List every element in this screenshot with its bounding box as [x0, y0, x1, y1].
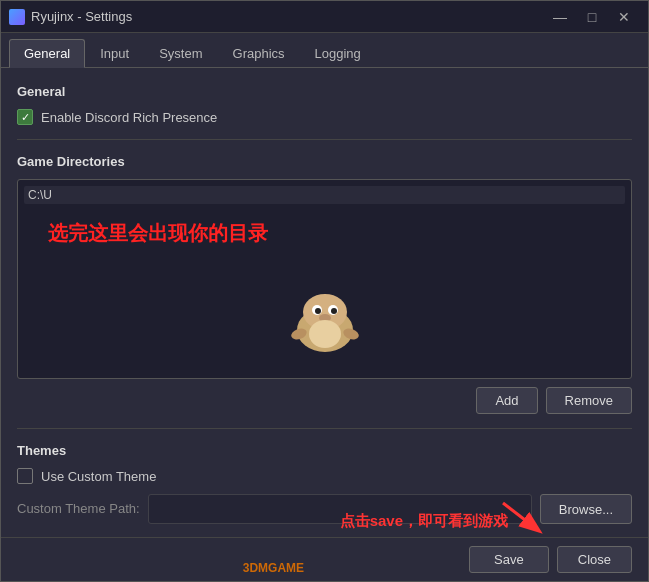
tab-logging[interactable]: Logging	[300, 39, 376, 67]
custom-theme-path-label: Custom Theme Path:	[17, 494, 140, 524]
discord-presence-checkbox[interactable]	[17, 109, 33, 125]
discord-presence-label: Enable Discord Rich Presence	[41, 110, 217, 125]
window-title: Ryujinx - Settings	[31, 9, 132, 24]
tab-graphics[interactable]: Graphics	[218, 39, 300, 67]
close-window-button[interactable]: ✕	[608, 3, 640, 31]
tab-input[interactable]: Input	[85, 39, 144, 67]
mascot-image	[285, 288, 365, 358]
title-bar-left: Ryujinx - Settings	[9, 9, 132, 25]
svg-point-6	[319, 314, 331, 322]
tab-general[interactable]: General	[9, 39, 85, 68]
browse-button[interactable]: Browse...	[540, 494, 632, 524]
themes-section: Themes Use Custom Theme Custom Theme Pat…	[17, 443, 632, 524]
save-button[interactable]: Save	[469, 546, 549, 573]
game-directories-title: Game Directories	[17, 154, 632, 169]
svg-point-9	[309, 320, 341, 348]
divider-1	[17, 139, 632, 140]
annotation-directory: 选完这里会出现你的目录	[48, 220, 268, 247]
use-custom-theme-row: Use Custom Theme	[17, 468, 632, 484]
title-bar: Ryujinx - Settings — □ ✕	[1, 1, 648, 33]
settings-content: General Enable Discord Rich Presence Gam…	[1, 68, 648, 537]
remove-directory-button[interactable]: Remove	[546, 387, 632, 414]
close-button[interactable]: Close	[557, 546, 632, 573]
use-custom-theme-label: Use Custom Theme	[41, 469, 156, 484]
general-section-title: General	[17, 84, 632, 99]
custom-theme-path-input[interactable]	[148, 494, 532, 524]
svg-point-0	[297, 308, 353, 352]
game-directories-box[interactable]: C:\U 选完这里会出现你的目录	[17, 179, 632, 379]
svg-point-3	[328, 305, 338, 315]
svg-point-1	[303, 294, 347, 330]
svg-point-8	[341, 327, 359, 342]
tabs-bar: General Input System Graphics Logging	[1, 33, 648, 68]
game-directories-wrap: C:\U 选完这里会出现你的目录	[17, 179, 632, 379]
ryujinx-icon	[9, 9, 25, 25]
maximize-button[interactable]: □	[576, 3, 608, 31]
svg-point-4	[315, 308, 321, 314]
discord-presence-row: Enable Discord Rich Presence	[17, 109, 632, 125]
divider-2	[17, 428, 632, 429]
tab-system[interactable]: System	[144, 39, 217, 67]
use-custom-theme-checkbox[interactable]	[17, 468, 33, 484]
minimize-button[interactable]: —	[544, 3, 576, 31]
svg-point-5	[331, 308, 337, 314]
custom-theme-path-row: Custom Theme Path: Browse...	[17, 494, 632, 524]
watermark: 3DMGAME	[243, 561, 407, 575]
settings-window: Ryujinx - Settings — □ ✕ General Input S…	[0, 0, 649, 582]
directory-entry-1: C:\U	[24, 186, 625, 204]
themes-title: Themes	[17, 443, 632, 458]
svg-point-2	[312, 305, 322, 315]
dir-buttons: Add Remove	[17, 387, 632, 414]
svg-point-7	[289, 327, 307, 342]
title-controls: — □ ✕	[544, 3, 640, 31]
add-directory-button[interactable]: Add	[476, 387, 537, 414]
bottom-bar: 点击save，即可看到游戏 Save Close 3DMGAME	[1, 537, 648, 581]
